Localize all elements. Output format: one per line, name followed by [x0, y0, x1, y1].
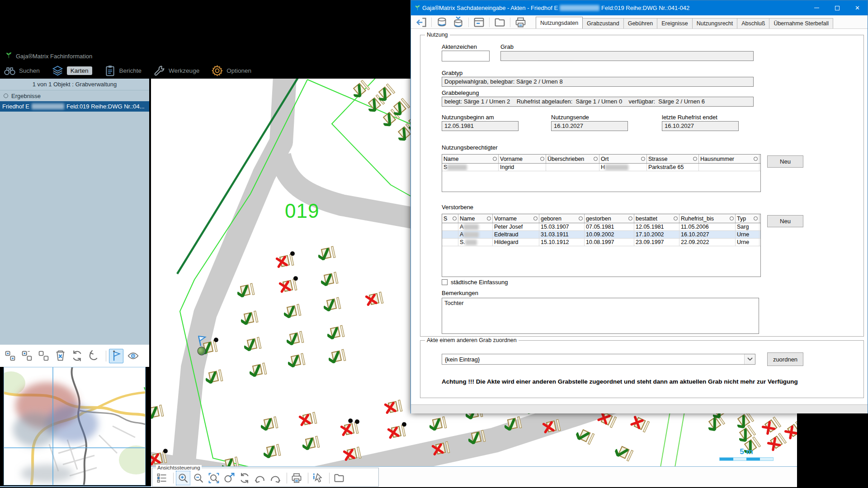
table-row[interactable]: AEdeltraud31.03.191110.09.200217.10.2002…	[442, 231, 760, 239]
grave-marker-free[interactable]	[353, 79, 371, 97]
tab-geb-hren[interactable]: Gebühren	[623, 18, 658, 28]
folder-map-icon[interactable]	[332, 471, 346, 485]
menu-item-optionen[interactable]: Optionen	[211, 65, 251, 77]
grave-marker-occupied[interactable]	[283, 278, 298, 293]
grave-marker-occupied[interactable]	[279, 253, 295, 268]
column-header[interactable]: Ruhefrist_bis	[679, 214, 736, 223]
zoom-rect-icon[interactable]	[207, 471, 221, 485]
grave-marker-free[interactable]	[331, 349, 347, 363]
column-header[interactable]: Überschrieben	[546, 155, 599, 163]
neu-verstorbene-button[interactable]: Neu	[767, 215, 803, 227]
exit-icon[interactable]	[415, 16, 428, 28]
flag-icon[interactable]	[109, 349, 123, 363]
tab--bernahme-sterbefall[interactable]: Übernahme Sterbefall	[769, 18, 833, 28]
minimize-button[interactable]	[807, 0, 827, 15]
grave-marker-occupied[interactable]	[546, 419, 562, 433]
grave-marker-free[interactable]	[324, 272, 340, 286]
neu-berechtigter-button[interactable]: Neu	[767, 155, 803, 168]
table-row[interactable]: S.Hildegard15.10.191210.08.199723.09.199…	[442, 239, 760, 246]
minimap[interactable]	[4, 367, 146, 485]
zoom-in-icon[interactable]	[176, 471, 190, 485]
tab-grabzustand[interactable]: Grabzustand	[582, 18, 624, 28]
legend-list-icon[interactable]	[155, 471, 169, 485]
refresh-icon[interactable]	[70, 349, 84, 363]
grave-marker-free[interactable]	[432, 416, 448, 431]
print-map-icon[interactable]	[290, 471, 303, 485]
column-header[interactable]: Typ	[736, 214, 760, 223]
grab-select-dropdown[interactable]: {kein Eintrag}	[442, 354, 755, 365]
grave-marker-occupied[interactable]	[391, 424, 407, 439]
column-header[interactable]: Hausnummer	[699, 155, 760, 163]
printer-icon[interactable]	[514, 16, 527, 28]
grave-marker-occupied[interactable]	[764, 416, 782, 434]
grave-marker-free[interactable]	[305, 436, 321, 450]
column-header[interactable]: Strasse	[647, 155, 699, 163]
redo-arrow-icon[interactable]	[269, 471, 282, 485]
aktenzeichen-input[interactable]	[442, 51, 490, 61]
table-row[interactable]: SIngridHParkstraße 65	[442, 164, 760, 171]
select-pair-icon[interactable]	[3, 349, 17, 363]
grave-marker-free[interactable]	[287, 304, 302, 318]
grave-marker-occupied[interactable]	[787, 421, 797, 438]
grave-marker-free[interactable]	[225, 456, 241, 466]
menu-item-karten[interactable]: Karten	[52, 65, 92, 77]
delete-selection-icon[interactable]	[53, 349, 67, 363]
grave-marker-free[interactable]	[330, 325, 346, 339]
grave-marker-occupied[interactable]	[600, 412, 618, 428]
grave-marker-occupied[interactable]	[435, 441, 451, 455]
column-header[interactable]: bestattet	[634, 214, 679, 223]
column-header[interactable]: Name	[458, 214, 493, 223]
grave-marker-free[interactable]	[244, 310, 259, 325]
maximize-button[interactable]	[827, 0, 847, 15]
grave-marker-occupied[interactable]	[152, 451, 168, 465]
column-header[interactable]: Ort	[599, 155, 647, 163]
folder-icon[interactable]	[494, 16, 506, 28]
grave-marker-free[interactable]	[264, 416, 279, 431]
grave-marker-free[interactable]	[151, 404, 165, 419]
results-group-row[interactable]: Ergebnisse	[0, 90, 149, 101]
nutzungsberechtigter-table[interactable]: NameVornameÜberschriebenOrtStrasseHausnu…	[442, 154, 761, 192]
grave-marker-occupied[interactable]	[369, 291, 385, 306]
dialog-titlebar[interactable]: Gaja®Matrix Sachdateneingabe - Akten - F…	[411, 0, 868, 15]
undo-icon[interactable]	[86, 349, 101, 363]
close-button[interactable]: ✕	[847, 0, 868, 15]
db-load-icon[interactable]	[452, 16, 464, 28]
grave-marker-flagged[interactable]	[203, 340, 219, 354]
column-header[interactable]: Vorname	[499, 155, 546, 163]
grave-marker-free[interactable]	[393, 97, 411, 115]
grave-marker-free[interactable]	[326, 297, 342, 311]
column-header[interactable]: geboren	[539, 214, 585, 223]
grave-marker-free[interactable]	[578, 429, 595, 445]
undo-arrow-icon[interactable]	[253, 471, 267, 485]
checkbox-box[interactable]	[442, 279, 448, 285]
tab-nutzungsdaten[interactable]: Nutzungsdaten	[536, 17, 583, 28]
menu-item-suchen[interactable]: Suchen	[4, 65, 40, 77]
menu-item-berichte[interactable]: Berichte	[104, 65, 142, 77]
tab-ereignisse[interactable]: Ereignisse	[657, 18, 692, 28]
bemerkungen-textarea[interactable]: Tochter	[442, 298, 759, 334]
grave-marker-free[interactable]	[291, 353, 307, 367]
grave-marker-free[interactable]	[252, 362, 268, 377]
column-header[interactable]: Vorname	[493, 214, 539, 223]
form-icon[interactable]	[473, 16, 485, 28]
zoom-out-icon[interactable]	[192, 471, 205, 485]
menu-item-werkzeuge[interactable]: Werkzeuge	[153, 65, 199, 77]
select-empty-icon[interactable]	[36, 349, 51, 363]
staedtische-einfassung-checkbox[interactable]: städtische Einfassung	[442, 279, 508, 286]
info-cursor-icon[interactable]	[311, 471, 325, 485]
grave-marker-free[interactable]	[617, 446, 634, 462]
grave-marker-occupied[interactable]	[388, 399, 404, 414]
result-item-selected[interactable]: Friedhof E Feld:019 Reihe:DWG Nr.:04...	[0, 101, 149, 112]
verstorbene-table[interactable]: SNameVornamegeborengestorbenbestattetRuh…	[442, 214, 761, 277]
tab-abschlu-[interactable]: Abschluß	[737, 18, 769, 28]
column-header[interactable]: gestorben	[585, 214, 634, 223]
grave-marker-free[interactable]	[471, 430, 487, 444]
grave-marker-occupied[interactable]	[347, 446, 363, 461]
zoom-selection-icon[interactable]	[222, 471, 236, 485]
grave-marker-free[interactable]	[289, 331, 305, 345]
grave-marker-free[interactable]	[378, 83, 396, 100]
grave-marker-free[interactable]	[321, 246, 337, 260]
grave-marker-free[interactable]	[507, 416, 523, 431]
grave-marker-free[interactable]	[266, 444, 282, 458]
column-header[interactable]: Name	[442, 155, 499, 163]
